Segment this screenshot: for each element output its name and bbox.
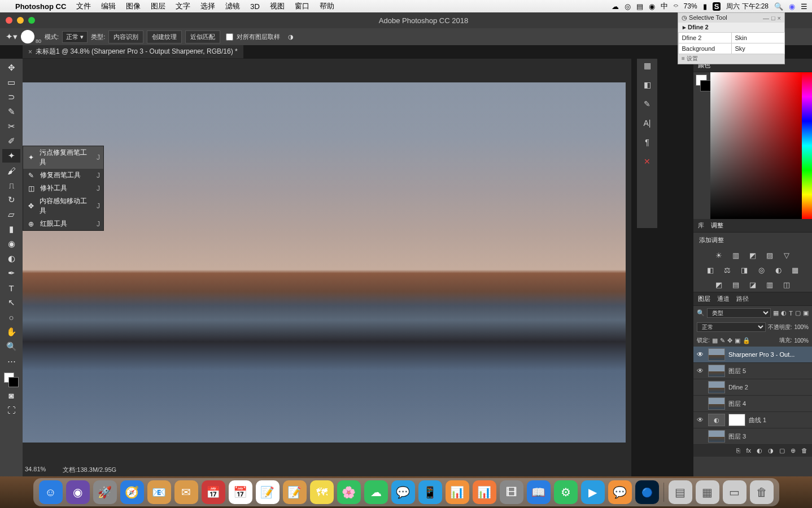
dock-stack[interactable]: ▦	[696, 480, 719, 504]
quick-mask-tool[interactable]: ◙	[2, 388, 20, 402]
zoom-button[interactable]	[28, 17, 35, 24]
brush-preview[interactable]	[21, 30, 34, 43]
invert-icon[interactable]: ◩	[713, 279, 724, 290]
sample-all-checkbox[interactable]	[226, 33, 233, 41]
channels-tab[interactable]: 通道	[717, 295, 730, 303]
menu-edit[interactable]: 编辑	[96, 1, 121, 11]
filter-smart-icon[interactable]: ▣	[803, 309, 809, 317]
visibility-icon[interactable]: 👁	[697, 367, 705, 375]
clone-stamp-tool[interactable]: ⎍	[2, 178, 20, 192]
document-image[interactable]	[23, 82, 626, 443]
dodge-tool[interactable]: ◐	[2, 252, 20, 265]
canvas-area[interactable]	[23, 59, 631, 476]
zoom-tool[interactable]: 🔍	[2, 340, 20, 353]
sel-cell-sky[interactable]: Sky	[731, 43, 785, 54]
sel-max-icon[interactable]: □	[771, 15, 775, 21]
menu-window[interactable]: 窗口	[290, 1, 315, 11]
color-field[interactable]	[710, 72, 802, 219]
siri-icon[interactable]: ◉	[789, 2, 795, 11]
flyout-content-aware-move[interactable]: ✥内容感知移动工具J	[23, 195, 103, 217]
spot-healing-tool[interactable]: ✦	[2, 149, 20, 163]
photo-filter-icon[interactable]: ◎	[756, 265, 767, 275]
wechat-icon[interactable]: ☁	[612, 2, 619, 11]
ime-icon[interactable]: 中	[661, 1, 668, 11]
menu-layer[interactable]: 图层	[146, 1, 171, 11]
background-color[interactable]	[8, 377, 19, 387]
paragraph-icon[interactable]: ¶	[645, 138, 649, 147]
adjustments-tab[interactable]: 调整	[711, 221, 723, 230]
selective-footer[interactable]: ≡ 设置	[678, 54, 784, 64]
sel-min-icon[interactable]: —	[763, 15, 769, 21]
dock-app[interactable]: 📊	[446, 480, 469, 504]
dock-app[interactable]: 🚀	[93, 480, 117, 504]
flyout-spot-healing[interactable]: ✦污点修复画笔工具J	[23, 146, 103, 169]
path-select-tool[interactable]: ↖	[2, 296, 20, 309]
layer-row[interactable]: 👁Sharpener Pro 3 - Out...	[693, 347, 812, 363]
color-picker[interactable]	[693, 72, 812, 219]
dock-app[interactable]: 🔵	[635, 480, 659, 504]
marquee-tool[interactable]: ▭	[2, 76, 20, 89]
filter-pixel-icon[interactable]: ▦	[773, 309, 779, 317]
type-proximity-match[interactable]: 近似匹配	[185, 30, 220, 43]
visibility-icon[interactable]: 👁	[697, 416, 705, 424]
dock-app[interactable]: ☁	[364, 480, 388, 504]
layer-mask-icon[interactable]: ◐	[757, 447, 762, 454]
levels-icon[interactable]: ▥	[730, 250, 741, 260]
dock-app[interactable]: 🧭	[120, 480, 144, 504]
screen-mode-tool[interactable]: ⛶	[2, 403, 20, 417]
dock-app[interactable]: ☺	[39, 480, 63, 504]
layer-row[interactable]: 👁图层 5	[693, 363, 812, 379]
sel-cell-background[interactable]: Background	[678, 43, 732, 54]
zoom-value[interactable]: 34.81%	[25, 466, 46, 474]
hue-slider[interactable]	[802, 72, 812, 219]
type-tool[interactable]: T	[2, 281, 20, 295]
hue-icon[interactable]: ◧	[705, 265, 716, 275]
paths-tab[interactable]: 路径	[736, 295, 749, 303]
picker-bg[interactable]	[700, 80, 711, 91]
battery-icon[interactable]: ▮	[703, 2, 707, 11]
balance-icon[interactable]: ⚖	[722, 265, 733, 275]
new-fill-icon[interactable]: ◑	[768, 447, 774, 454]
delete-layer-icon[interactable]: 🗑	[801, 447, 807, 454]
flyout-red-eye[interactable]: ⊕红眼工具J	[23, 217, 103, 230]
lock-pixels-icon[interactable]: ▦	[712, 337, 718, 344]
sel-close-icon[interactable]: ×	[778, 15, 781, 21]
dock-app[interactable]: ◉	[66, 480, 90, 504]
crop-tool[interactable]: ✂	[2, 120, 20, 133]
lut-icon[interactable]: ▦	[789, 265, 801, 275]
layer-row[interactable]: 图层 4	[693, 396, 812, 412]
layer-name[interactable]: 图层 4	[728, 400, 809, 408]
posterize-icon[interactable]: ▤	[730, 279, 741, 290]
color-swatches[interactable]	[4, 373, 19, 387]
layer-row[interactable]: Dfine 2	[693, 379, 812, 396]
filter-shape-icon[interactable]: ▢	[795, 309, 801, 317]
dock-stack[interactable]: ▤	[669, 480, 692, 504]
brush-tool[interactable]: 🖌	[2, 164, 20, 177]
sel-cell-skin[interactable]: Skin	[731, 32, 785, 43]
menu-view[interactable]: 视图	[265, 1, 290, 11]
type-create-texture[interactable]: 创建纹理	[147, 30, 182, 43]
dock-app[interactable]: 📅	[202, 480, 225, 504]
document-tab[interactable]: × 未标题1 @ 34.8% (Sharpener Pro 3 - Output…	[23, 45, 243, 59]
doc-info[interactable]: 文档:138.3M/2.95G	[63, 466, 116, 474]
eraser-tool[interactable]: ▱	[2, 208, 20, 221]
layer-row[interactable]: 👁◐曲线 1	[693, 412, 812, 428]
dock-app[interactable]: 🗺	[310, 480, 334, 504]
pen-tool[interactable]: ✒	[2, 266, 20, 280]
eyedropper-tool[interactable]: ✐	[2, 134, 20, 148]
lasso-tool[interactable]: ⊃	[2, 90, 20, 104]
hand-tool[interactable]: ✋	[2, 325, 20, 339]
gradient-tool[interactable]: ▮	[2, 222, 20, 236]
dock-app[interactable]: 🎞	[500, 480, 523, 504]
selective-color-icon[interactable]: ◫	[781, 279, 792, 290]
dock-app[interactable]: 💬	[608, 480, 632, 504]
quick-select-tool[interactable]: ✎	[2, 105, 20, 119]
bw-icon[interactable]: ◨	[739, 265, 750, 275]
mic-icon[interactable]: ◉	[649, 2, 655, 11]
lock-move-icon[interactable]: ✥	[727, 337, 732, 344]
curves-icon[interactable]: ◩	[747, 250, 758, 260]
navigator-icon[interactable]: ◧	[644, 80, 651, 89]
notifications-icon[interactable]: ☰	[801, 2, 807, 11]
layer-name[interactable]: Dfine 2	[728, 384, 809, 391]
selective-tool-panel[interactable]: ◷ Selective Tool —□× ▸ Dfine 2 Dfine 2 S…	[678, 12, 785, 64]
